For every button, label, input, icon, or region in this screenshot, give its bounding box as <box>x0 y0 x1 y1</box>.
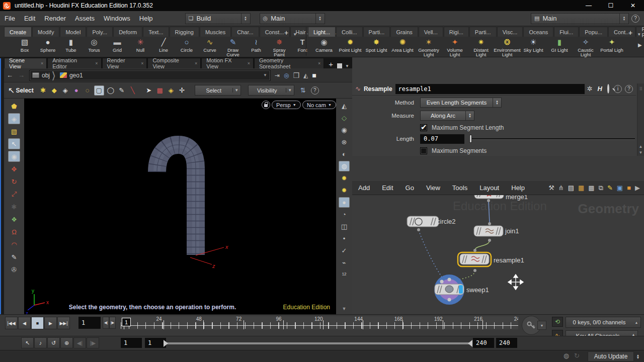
persp-view-button[interactable]: Persp▼ <box>272 101 301 109</box>
selicon-laser-select[interactable]: ╲ <box>127 86 138 94</box>
path-dropdown-icon[interactable]: ▼ <box>263 73 270 77</box>
selicon-select-vertex[interactable]: ● <box>71 86 82 94</box>
vp-display-option-normals-display[interactable]: ✓ <box>339 245 350 256</box>
net-more-icon[interactable]: ▶ <box>635 184 640 192</box>
shelf-tab-light[interactable]: Light... <box>308 27 336 37</box>
vp-display-option-smooth-shaded[interactable]: ● <box>339 197 350 208</box>
vp-display-option-pin-display[interactable]: ⌁ <box>339 257 350 268</box>
pb-opt-realtime-toggle[interactable]: ⊕ <box>60 337 73 348</box>
pb-opt-next-key[interactable]: |▶ <box>87 337 99 348</box>
vp-display-option-no-lighting[interactable]: ⊗ <box>339 137 350 147</box>
houdini-help-icon[interactable]: H <box>598 85 602 93</box>
path-breadcrumb[interactable]: obj ❭ geo1 ▼ <box>29 70 271 81</box>
shelf-tool-area-light[interactable]: ✺ Area Light <box>389 37 416 57</box>
method-dropdown[interactable]: Even Length Segments ▲▼ <box>420 98 502 108</box>
transport-jump-end[interactable]: ▶▶| <box>57 317 70 329</box>
vp-display-option-point-display[interactable]: • <box>339 233 350 244</box>
select-cursor-icon[interactable]: ↖ <box>8 85 15 95</box>
keys-info-button[interactable]: 0 keys, 0/0 channels▲ <box>566 317 641 328</box>
vp-tool-paint-tool[interactable]: ❖ <box>8 214 20 225</box>
shelf-tab-popu[interactable]: Popu... <box>579 27 608 37</box>
shelf-tool-geometry-light[interactable]: ✶ Geometry Light <box>416 37 442 57</box>
viewport-lock-button[interactable] <box>262 101 270 109</box>
shelf-tool-null[interactable]: ✳ Null <box>129 37 152 57</box>
search-icon[interactable] <box>607 85 609 93</box>
selicon-select-contained[interactable]: ▩ <box>154 86 166 94</box>
shelf-tool-path[interactable]: ≀ Path <box>245 37 268 57</box>
render-icon[interactable]: ◭ <box>303 72 308 79</box>
net-notes-icon[interactable]: ✎ <box>607 184 613 192</box>
key-options-dropdown[interactable]: ▼ <box>537 321 546 330</box>
vp-tool-snap-tool[interactable]: Ω <box>8 226 20 237</box>
shelf-tool-caustic-light[interactable]: ✧ Caustic Light <box>573 37 599 57</box>
take-main-dropdown[interactable]: ▤ Main ▲▼ <box>531 13 629 24</box>
net-menu-help[interactable]: Help <box>505 184 531 192</box>
net-list-icon[interactable]: ▤ <box>568 184 574 192</box>
node-label-join1[interactable]: join1 <box>505 227 519 235</box>
network-canvas[interactable]: Education Edition Geometry <box>352 195 644 314</box>
step-back-button[interactable]: ◀| <box>103 317 109 329</box>
pane-tab-geometry-spreadsheet[interactable]: Geometry Spreadsheet× <box>254 58 324 68</box>
vp-tool-secure-selection[interactable]: ◉ <box>8 151 20 162</box>
timeline-ruler[interactable]: 24487296120144168192216240 1 <box>121 316 518 329</box>
net-windows-icon[interactable]: ⧉ <box>599 184 603 192</box>
net-menu-tools[interactable]: Tools <box>446 184 473 192</box>
shelf-tab-model[interactable]: Model <box>60 27 86 37</box>
gear-icon[interactable]: ✲ <box>587 85 593 93</box>
vp-display-option-view-options[interactable]: ◭ <box>339 101 350 111</box>
selicon-brush-select[interactable]: ✎ <box>116 86 127 94</box>
net-tools-icon[interactable]: ⚒ <box>548 184 554 192</box>
desktop-build-dropdown[interactable]: ❏ Build ▲▼ <box>185 13 251 24</box>
frame-range-slider[interactable] <box>167 342 469 344</box>
shelf-tab-parti[interactable]: Parti... <box>363 27 390 37</box>
shelf-tab-colli[interactable]: Colli... <box>336 27 363 37</box>
shelf-tab-poly[interactable]: Poly... <box>87 27 113 37</box>
selicon-select-dynamics[interactable]: ◌ <box>82 86 93 94</box>
vp-display-option-point-numbers[interactable]: ¹² <box>339 269 350 280</box>
shelf-tab-menu-button[interactable]: ▼ <box>635 32 643 37</box>
close-icon[interactable]: × <box>318 61 320 66</box>
pane-splitter-accent[interactable] <box>0 58 1 348</box>
node-label-merge1[interactable]: merge1 <box>506 195 528 201</box>
shelf-tab-menu-button[interactable]: ▼ <box>291 32 299 37</box>
pane-menu-icon[interactable]: ▼ <box>345 64 349 68</box>
shelf-tool-point-light[interactable]: ✹ Point Light <box>337 37 363 57</box>
shelf-tab-vell[interactable]: Vell... <box>419 27 443 37</box>
scoped-channels-icon[interactable]: ⟲ <box>552 317 563 327</box>
shelf-tab-text[interactable]: Text... <box>143 27 169 37</box>
menu-windows[interactable]: Windows <box>99 11 135 26</box>
auto-update-dropdown[interactable]: Auto Update <box>588 351 634 361</box>
vp-tool-rotate-tool[interactable]: ↻ <box>8 176 20 187</box>
shelf-tool-grid[interactable]: ▬ Grid <box>106 37 129 57</box>
net-menu-view[interactable]: View <box>420 184 446 192</box>
vp-tool-pose-tool[interactable]: ✱ <box>8 201 20 212</box>
pb-opt-follow-playbar[interactable]: ↖ <box>21 337 34 348</box>
pane-tab-composite-view[interactable]: Composite View× <box>147 58 201 68</box>
menu-assets[interactable]: Assets <box>70 11 99 26</box>
selection-rule-dropdown[interactable]: Select▼ <box>195 85 241 96</box>
pane-tab-animation-editor[interactable]: Animation Editor× <box>47 58 101 68</box>
range-end-field2[interactable]: 240 <box>496 338 517 348</box>
shelf-tab-flui[interactable]: Flui... <box>554 27 579 37</box>
selicon-select-visible[interactable]: ➤ <box>143 86 154 94</box>
visibility-dropdown[interactable]: Visibility▼ <box>248 85 294 96</box>
shelf-tab-deform[interactable]: Deform <box>113 27 142 37</box>
shelf-tab-rigging[interactable]: Rigging <box>170 27 199 37</box>
node-name-field[interactable]: resample1 <box>395 84 585 94</box>
vp-tool-render-tool[interactable]: ✇ <box>8 264 20 275</box>
vp-display-option-hidden-line[interactable]: ◔ <box>339 209 350 220</box>
vp-display-option-normal-lighting[interactable]: ◍ <box>339 161 350 171</box>
vp-tool-points-mode[interactable]: ◈ <box>8 113 20 124</box>
range-handle-right[interactable] <box>468 340 472 347</box>
toolbar-help-icon[interactable]: ? <box>311 86 319 95</box>
transport-play-forward[interactable]: ▶ <box>44 317 57 329</box>
vp-tool-translate-tool[interactable]: ✥ <box>8 163 20 174</box>
shelf-tool-environment-light[interactable]: ❂ Environment Light <box>494 37 520 57</box>
transport-play-reverse[interactable]: ◀ <box>18 317 31 329</box>
transport-jump-start[interactable]: |◀◀ <box>5 317 18 329</box>
menu-file[interactable]: File <box>0 11 20 26</box>
pb-opt-prev-key[interactable]: ◀| <box>73 337 86 348</box>
snapshot-icon[interactable]: ❒ <box>293 71 300 79</box>
range-start-field2[interactable]: 1 <box>145 338 166 348</box>
shelf-tab-create[interactable]: Create <box>4 27 32 37</box>
